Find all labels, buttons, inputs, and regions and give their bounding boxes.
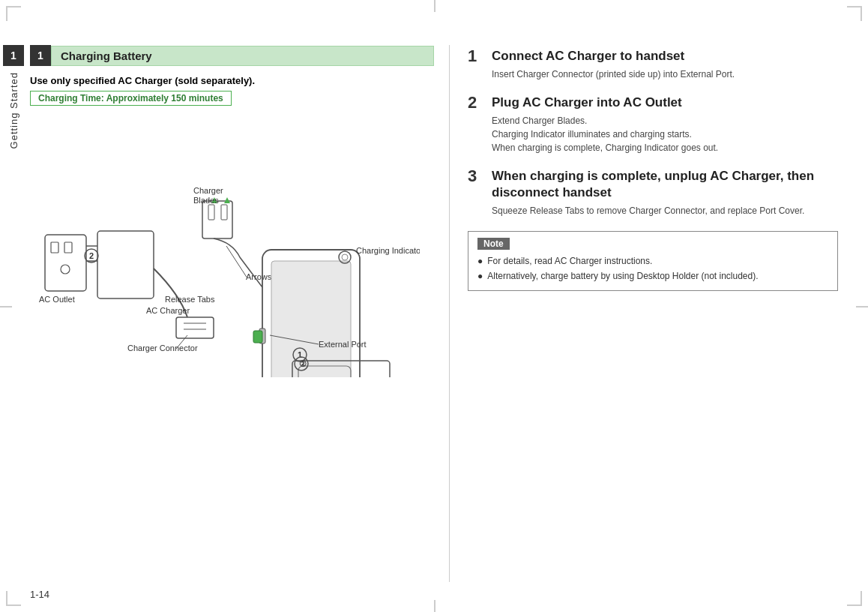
side-tab-text: Getting Started [8,72,19,148]
note-text-1: For details, read AC Charger instruction… [487,254,652,268]
bold-note: Use only specified AC Charger (sold sepa… [30,75,434,86]
step-3-title: When charging is complete, unplug AC Cha… [492,168,838,201]
step-3-desc: Squeeze Release Tabs to remove Charger C… [492,204,838,218]
svg-rect-18 [221,205,227,220]
svg-rect-6 [97,231,154,298]
page-number: 1-14 [30,589,49,600]
center-mark-bottom [434,600,435,612]
svg-text:Charger Connector: Charger Connector [127,344,198,352]
svg-text:Charging Indicator: Charging Indicator [356,246,420,255]
corner-mark-bl [6,591,21,606]
side-tab: 1 Getting Started [0,45,27,582]
note-bullet-2: ● [477,269,483,283]
diagram-svg: AC Outlet 2 Release Tabs [30,122,420,377]
charging-time-badge: Charging Time: Approximately 150 minutes [30,91,232,106]
svg-text:Blades: Blades [193,196,219,205]
center-mark-top [434,0,435,12]
note-label: Note [477,238,510,250]
main-container: 1 Getting Started 1 Charging Battery Use… [30,45,838,582]
corner-mark-tr [847,6,862,21]
corner-mark-br [847,591,862,606]
left-panel: 1 Getting Started 1 Charging Battery Use… [30,45,450,582]
step-1-title: Connect AC Charger to handset [492,48,735,64]
note-bullet-1: ● [477,254,483,268]
corner-mark-tl [6,6,21,21]
diagram-area: AC Outlet 2 Release Tabs [30,122,420,377]
section-number: 1 [30,45,51,66]
svg-rect-2 [64,242,72,253]
step-2-number: 2 [468,93,492,112]
svg-rect-9 [176,317,214,338]
svg-text:Release Tabs: Release Tabs [165,295,215,304]
step-2-content: Plug AC Charger into AC Outlet Extend Ch… [492,94,718,154]
step-2-desc: Extend Charger Blades.Charging Indicator… [492,114,718,154]
note-text-2: Alternatively, charge battery by using D… [487,269,758,283]
ac-outlet-label: AC Outlet [39,295,75,304]
right-panel: 1 Connect AC Charger to handset Insert C… [450,45,838,582]
svg-rect-16 [202,201,232,238]
svg-rect-1 [51,242,58,253]
center-mark-right [856,306,868,308]
svg-text:External Port: External Port [319,340,367,349]
step-3: 3 When charging is complete, unplug AC C… [468,168,838,218]
svg-rect-43 [253,331,262,343]
svg-point-3 [61,265,70,274]
svg-marker-20 [224,197,230,203]
section-title: Charging Battery [51,46,434,66]
svg-text:AC Charger: AC Charger [146,306,190,315]
svg-rect-26 [271,261,351,377]
step-2-title: Plug AC Charger into AC Outlet [492,94,718,111]
side-tab-number: 1 [3,45,24,66]
step-1: 1 Connect AC Charger to handset Insert C… [468,48,838,81]
note-box: Note ● For details, read AC Charger inst… [468,231,838,291]
svg-point-28 [342,254,348,260]
step-3-number: 3 [468,166,492,186]
note-item-2: ● Alternatively, charge battery by using… [477,269,828,283]
section-header: 1 Charging Battery [30,45,434,66]
note-item-1: ● For details, read AC Charger instructi… [477,254,828,268]
step-2: 2 Plug AC Charger into AC Outlet Extend … [468,94,838,154]
step-1-number: 1 [468,46,492,66]
svg-text:Charger: Charger [193,186,223,195]
step-1-desc: Insert Charger Connector (printed side u… [492,68,735,81]
svg-text:②: ② [299,359,307,368]
step-1-content: Connect AC Charger to handset Insert Cha… [492,48,735,81]
svg-text:2: 2 [89,251,94,260]
svg-rect-17 [208,205,214,220]
step-3-content: When charging is complete, unplug AC Cha… [492,168,838,218]
